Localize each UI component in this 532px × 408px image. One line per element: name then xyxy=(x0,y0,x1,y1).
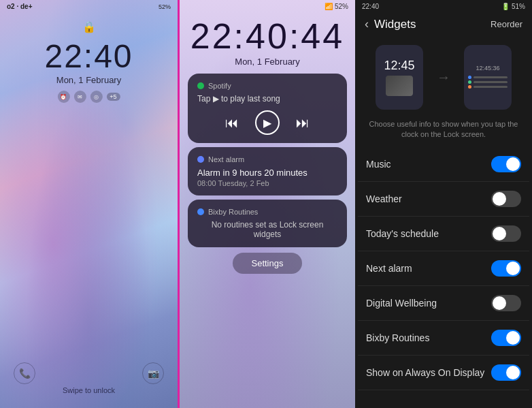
settings-time: 22:40 xyxy=(362,3,379,10)
spotify-controls: ⏮ ▶ ⏭ xyxy=(197,110,337,135)
preview-info-rows xyxy=(464,74,512,91)
toggle-knob-0 xyxy=(506,157,520,171)
reorder-button[interactable]: Reorder xyxy=(491,19,522,29)
lock-alarm-icon: ⏰ xyxy=(57,91,69,103)
lock-date: Mon, 1 February xyxy=(56,75,121,85)
line-3 xyxy=(473,86,508,88)
bixby-dot xyxy=(197,208,204,215)
settings-row-4: Digital Wellbeing xyxy=(358,286,529,321)
toggle-6[interactable] xyxy=(491,364,521,381)
line-2 xyxy=(473,81,508,83)
next-button[interactable]: ⏭ xyxy=(296,115,310,131)
back-button[interactable]: ‹ xyxy=(365,17,369,31)
settings-row-1: Weather xyxy=(358,182,529,217)
lock-status-bar: o2 · de+ 52% xyxy=(0,0,178,13)
battery-icon: 🔋 xyxy=(501,3,510,10)
toggle-2[interactable] xyxy=(491,225,521,242)
settings-battery: 🔋 51% xyxy=(501,3,525,10)
prev-button[interactable]: ⏮ xyxy=(225,115,239,131)
arrow-right-icon: → xyxy=(437,69,450,85)
toggle-knob-3 xyxy=(506,262,520,275)
dot-blue xyxy=(468,76,471,79)
dot-green xyxy=(468,80,471,84)
lock-carrier: o2 · de+ xyxy=(7,3,33,10)
notification-panel: 📶 52% 22:40:44 Mon, 1 February Spotify T… xyxy=(178,0,355,408)
settings-row-5: Bixby Routines xyxy=(358,321,529,356)
settings-row-6: Show on Always On Display xyxy=(358,356,529,390)
lock-screen-panel: o2 · de+ 52% 🔒 22:40 Mon, 1 February ⏰ ✉… xyxy=(0,0,178,408)
toggle-knob-4 xyxy=(493,296,506,310)
lock-swipe-label[interactable]: Swipe to unlock xyxy=(63,386,115,394)
spotify-dot xyxy=(197,82,204,89)
toggle-knob-1 xyxy=(493,192,506,206)
settings-page-title: Widgets xyxy=(374,18,416,31)
preview-time-2: 12:45:36 xyxy=(476,65,499,72)
toggle-4[interactable] xyxy=(491,295,521,311)
lock-email-icon: ✉ xyxy=(73,91,86,103)
notif-status-right: 📶 52% xyxy=(325,3,348,10)
alarm-header: Next alarm xyxy=(197,155,337,163)
alarm-app-label: Next alarm xyxy=(208,155,244,163)
settings-row-label-6: Show on Always On Display xyxy=(366,367,484,378)
preview-row-1 xyxy=(468,76,508,79)
notif-big-date: Mon, 1 February xyxy=(180,57,355,67)
bixby-header: Bixby Routines xyxy=(197,208,337,216)
play-button[interactable]: ▶ xyxy=(255,110,280,135)
toggle-knob-6 xyxy=(506,366,520,379)
bixby-app-label: Bixby Routines xyxy=(208,208,258,216)
toggle-knob-5 xyxy=(506,331,520,345)
settings-toolbar: ‹ Widgets Reorder xyxy=(355,13,532,35)
notif-status-bar: 📶 52% xyxy=(180,0,355,13)
settings-row-3: Next alarm xyxy=(358,251,529,286)
preview-row-2 xyxy=(468,80,508,84)
spotify-tap-label: Tap ▶ to play last song xyxy=(197,94,337,104)
settings-row-label-4: Digital Wellbeing xyxy=(366,298,437,309)
alarm-dot xyxy=(197,156,204,163)
toggle-1[interactable] xyxy=(491,191,521,207)
lock-bottom-bar: 📞 📷 xyxy=(0,362,178,384)
lock-wifi-icon: ◎ xyxy=(90,91,102,103)
settings-row-label-3: Next alarm xyxy=(366,263,412,274)
widget-preview-clock: 12:45 xyxy=(376,45,423,110)
toggle-3[interactable] xyxy=(491,260,521,277)
settings-list: MusicWeatherToday's scheduleNext alarmDi… xyxy=(355,147,532,408)
settings-row-label-5: Bixby Routines xyxy=(366,332,429,343)
preview-time-1: 12:45 xyxy=(384,59,414,72)
spotify-app-label: Spotify xyxy=(208,82,231,90)
line-1 xyxy=(473,76,508,78)
widget-description: Choose useful info to show when you tap … xyxy=(355,119,532,147)
bixby-card: Bixby Routines No routines set as Lock s… xyxy=(188,200,347,247)
widgets-settings-panel: 22:40 🔋 51% ‹ Widgets Reorder 12:45 → 12… xyxy=(355,0,532,408)
settings-button[interactable]: Settings xyxy=(233,253,303,274)
lock-camera-icon[interactable]: 📷 xyxy=(142,362,164,384)
toolbar-left: ‹ Widgets xyxy=(365,17,416,31)
lock-battery: 52% xyxy=(159,3,171,10)
toggle-0[interactable] xyxy=(491,156,521,172)
widget-preview-section: 12:45 → 12:45:36 xyxy=(355,35,532,119)
widget-preview-full: 12:45:36 xyxy=(464,45,512,110)
preview-row-3 xyxy=(468,85,508,89)
settings-row-label-1: Weather xyxy=(366,193,402,204)
settings-row-0: Music xyxy=(358,147,529,182)
settings-row-label-2: Today's schedule xyxy=(366,228,439,239)
lock-icon: 🔒 xyxy=(82,20,96,33)
lock-phone-icon[interactable]: 📞 xyxy=(14,362,35,384)
lock-status-right: 52% xyxy=(159,3,171,10)
preview-image xyxy=(386,76,413,96)
bixby-text: No routines set as Lock screen widgets xyxy=(197,220,337,239)
lock-more-badge: +5 xyxy=(106,93,120,101)
lock-time: 22:40 xyxy=(44,37,133,75)
spotify-header: Spotify xyxy=(197,82,337,90)
settings-row-label-0: Music xyxy=(366,159,391,170)
alarm-title: Alarm in 9 hours 20 minutes xyxy=(197,168,337,178)
alarm-card: Next alarm Alarm in 9 hours 20 minutes 0… xyxy=(188,147,347,195)
notif-big-time: 22:40:44 xyxy=(180,16,355,57)
toggle-5[interactable] xyxy=(491,330,521,346)
toggle-knob-2 xyxy=(493,227,506,240)
lock-notification-icons: ⏰ ✉ ◎ +5 xyxy=(57,91,120,103)
spotify-card: Spotify Tap ▶ to play last song ⏮ ▶ ⏭ xyxy=(188,74,347,143)
settings-status-bar: 22:40 🔋 51% xyxy=(355,0,532,13)
alarm-time: 08:00 Tuesday, 2 Feb xyxy=(197,179,337,187)
dot-orange xyxy=(468,85,471,89)
settings-row-2: Today's schedule xyxy=(358,217,529,251)
